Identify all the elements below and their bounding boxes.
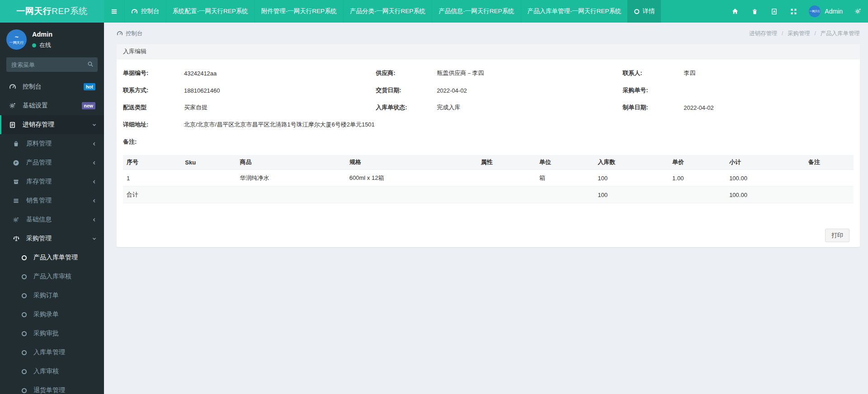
sidebar-subitem-product-inbound-mgmt[interactable]: 产品入库单管理	[0, 248, 104, 267]
navbar-tab-product-category[interactable]: 产品分类-一网天行REP系统	[343, 0, 432, 23]
user-name: Admin	[825, 8, 843, 15]
col-product: 商品	[236, 155, 345, 170]
table-header-row: 序号 Sku 商品 规格 属性 单位 入库数 单价 小计 备注	[123, 155, 854, 170]
dashboard-icon	[131, 8, 138, 15]
navbar-spacer	[661, 0, 725, 23]
field-contact: 联系人: 李四	[623, 65, 854, 82]
circle-icon	[22, 388, 33, 393]
sidebar-subitem-purchase-approval[interactable]: 采购审批	[0, 324, 104, 343]
circle-icon	[22, 312, 33, 317]
breadcrumb-item[interactable]: 进销存管理	[749, 30, 778, 37]
sidebar-item-product-mgmt[interactable]: P 产品管理	[0, 153, 104, 172]
col-qty: 入库数	[594, 155, 669, 170]
circle-icon	[22, 350, 33, 355]
hot-badge: hot	[84, 83, 95, 90]
user-menu[interactable]: 一网天行 Admin	[803, 5, 848, 17]
field-create-date: 制单日期: 2022-04-02	[623, 99, 854, 116]
online-dot-icon	[32, 43, 36, 47]
col-unit: 单位	[536, 155, 594, 170]
inbound-edit-panel: 入库编辑 单据编号: 43242412aa 供应商: 瓶盖供应商－李四 联系人:…	[117, 44, 860, 247]
breadcrumb-home[interactable]: 控制台	[117, 30, 143, 38]
sidebar-subitem-purchase-order[interactable]: 采购订单	[0, 286, 104, 305]
sidebar-item-basic-settings[interactable]: 基础设置 new	[0, 96, 104, 115]
sidebar-item-inventory-mgmt[interactable]: 进销存管理	[0, 115, 104, 134]
search-icon[interactable]	[87, 61, 94, 67]
shopping-bag-icon	[13, 141, 26, 147]
balance-scale-icon	[13, 235, 26, 242]
logo-swoosh-icon: ~	[14, 34, 18, 41]
clear-cache-icon: A	[771, 8, 778, 15]
breadcrumb-item[interactable]: 产品入库单管理	[821, 30, 860, 37]
circle-icon	[22, 331, 33, 336]
hamburger-icon	[111, 8, 118, 15]
chevron-down-icon	[92, 236, 97, 241]
table-row: 1 华润纯净水 600ml x 12箱 箱 100 1.00 100.00	[123, 170, 854, 187]
sidebar-item-dashboard[interactable]: 控制台 hot	[0, 77, 104, 96]
fullscreen-icon	[790, 8, 797, 15]
col-subtotal: 小计	[726, 155, 805, 170]
navbar-tab-detail[interactable]: 详情	[627, 0, 661, 23]
sidebar-item-basic-info[interactable]: 基础信息	[0, 210, 104, 229]
top-navbar: 一网天行REP系统 控制台 系统配置-一网天行REP系统 附件管理-一网天行RE…	[0, 0, 868, 23]
sidebar-item-purchase-mgmt[interactable]: 采购管理	[0, 229, 104, 248]
panel-footer: 打印	[123, 203, 854, 242]
sidebar-subitem-inbound-order-mgmt[interactable]: 入库单管理	[0, 343, 104, 362]
sidebar-toggle-button[interactable]	[104, 0, 124, 23]
col-seq: 序号	[123, 155, 181, 170]
sidebar-user-panel: ~ 一网天行 Admin 在线	[0, 23, 104, 50]
sidebar-subitem-inbound-audit[interactable]: 入库审核	[0, 362, 104, 381]
sidebar-subitem-return-order-mgmt[interactable]: 退货单管理	[0, 381, 104, 394]
navbar-tab-product-inbound-mgmt[interactable]: 产品入库单管理-一网天行REP系统	[521, 0, 628, 23]
file-text-icon	[9, 122, 23, 128]
sidebar-subitem-product-inbound-audit[interactable]: 产品入库审核	[0, 267, 104, 286]
col-spec: 规格	[346, 155, 477, 170]
settings-button[interactable]	[848, 0, 868, 23]
inbound-form: 单据编号: 43242412aa 供应商: 瓶盖供应商－李四 联系人: 李四 联…	[123, 65, 854, 150]
col-price: 单价	[669, 155, 726, 170]
table-total-row: 合计 100 100.00	[123, 187, 854, 203]
trash-button[interactable]	[745, 0, 764, 23]
field-delivery-type: 配送类型 买家自提	[123, 99, 376, 116]
chevron-left-icon	[92, 217, 97, 222]
field-purchase-no: 采购单号:	[623, 82, 854, 99]
user-avatar: 一网天行	[809, 5, 821, 17]
navbar-tab-console[interactable]: 控制台	[124, 0, 166, 23]
product-p-icon: P	[13, 159, 26, 166]
clear-cache-button[interactable]: A	[764, 0, 784, 23]
sidebar-item-sales-mgmt[interactable]: 销售管理	[0, 191, 104, 210]
brand-light: REP系统	[52, 5, 88, 17]
navbar-tab-system-config[interactable]: 系统配置-一网天行REP系统	[166, 0, 255, 23]
fullscreen-button[interactable]	[784, 0, 803, 23]
home-icon	[731, 8, 739, 15]
field-remark: 备注:	[123, 133, 854, 150]
sidebar-subitem-purchase-entry[interactable]: 采购录单	[0, 305, 104, 324]
navbar-tab-attachment-mgmt[interactable]: 附件管理-一网天行REP系统	[255, 0, 343, 23]
print-button[interactable]: 打印	[825, 229, 849, 242]
field-doc-no: 单据编号: 43242412aa	[123, 65, 376, 82]
sidebar-item-stock-mgmt[interactable]: 库存管理	[0, 172, 104, 191]
new-badge: new	[82, 102, 95, 109]
sidebar-user-name: Admin	[32, 31, 52, 38]
sidebar-user-status: 在线	[32, 41, 52, 49]
field-status: 入库单状态: 完成入库	[376, 99, 623, 116]
gears-icon	[854, 8, 862, 15]
archive-box-icon	[13, 178, 26, 185]
col-remark: 备注	[805, 155, 854, 170]
breadcrumb-trail: 进销存管理 / 采购管理 / 产品入库单管理	[749, 30, 860, 38]
sidebar-avatar: ~ 一网天行	[6, 29, 27, 50]
svg-text:A: A	[773, 9, 776, 14]
home-button[interactable]	[725, 0, 745, 23]
sidebar-item-material-mgmt[interactable]: 原料管理	[0, 134, 104, 153]
chevron-left-icon	[92, 198, 97, 203]
dashboard-icon	[117, 30, 123, 37]
gears-icon	[13, 216, 26, 223]
field-supplier: 供应商: 瓶盖供应商－李四	[376, 65, 623, 82]
list-icon	[13, 197, 26, 204]
search-input[interactable]	[6, 57, 98, 72]
svg-text:P: P	[15, 161, 18, 165]
breadcrumb-item[interactable]: 采购管理	[788, 30, 810, 37]
field-phone: 联系方式: 18810621460	[123, 82, 376, 99]
circle-icon	[22, 293, 33, 298]
navbar-tab-product-info[interactable]: 产品信息-一网天行REP系统	[432, 0, 520, 23]
chevron-left-icon	[92, 160, 97, 165]
